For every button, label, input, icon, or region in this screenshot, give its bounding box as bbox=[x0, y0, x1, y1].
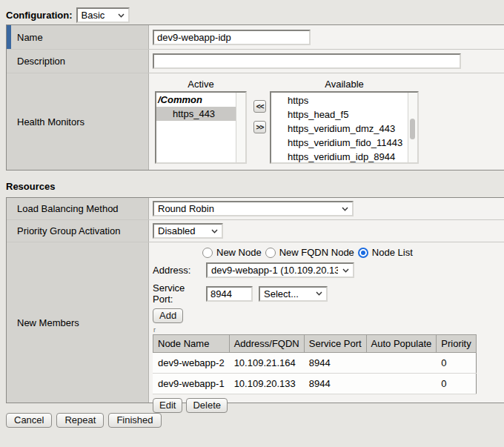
column-header-auto-populate[interactable]: Auto Populate bbox=[366, 335, 437, 353]
available-monitor-item[interactable]: https bbox=[271, 93, 417, 107]
cancel-button[interactable]: Cancel bbox=[6, 413, 52, 428]
delete-button[interactable]: Delete bbox=[186, 398, 228, 413]
description-input[interactable] bbox=[153, 53, 461, 69]
name-label: Name bbox=[17, 32, 43, 43]
member-node-name: dev9-webapp-2 bbox=[153, 353, 230, 374]
service-port-label: Service Port: bbox=[153, 282, 206, 305]
radio-new-fqdn-node-label[interactable]: New FQDN Node bbox=[279, 247, 354, 258]
radio-node-list-label[interactable]: Node List bbox=[372, 247, 413, 258]
priority-group-value-cell: Disabled bbox=[149, 220, 504, 242]
chevron-down-icon bbox=[211, 229, 218, 234]
load-balancing-label: Load Balancing Method bbox=[17, 203, 119, 214]
health-monitors-row: Health Monitors Active /Common https_443… bbox=[7, 73, 504, 170]
stray-text: r bbox=[153, 327, 156, 333]
member-priority: 0 bbox=[437, 353, 476, 374]
priority-group-label: Priority Group Activation bbox=[17, 225, 120, 236]
finished-button[interactable]: Finished bbox=[108, 413, 161, 428]
available-monitors-group: Available https https_head_f5 https_veri… bbox=[270, 78, 419, 164]
load-balancing-value-cell: Round Robin bbox=[149, 198, 504, 219]
active-monitor-item[interactable]: https_443 bbox=[156, 107, 236, 121]
active-monitors-listbox[interactable]: /Common https_443 bbox=[155, 91, 247, 164]
edit-button[interactable]: Edit bbox=[153, 398, 182, 413]
description-row: Description bbox=[7, 50, 504, 73]
port-select[interactable]: Select... bbox=[259, 286, 328, 302]
name-value-cell bbox=[149, 25, 504, 49]
address-select-value: dev9-webapp-1 (10.109.20.133) bbox=[211, 265, 338, 276]
description-label-cell: Description bbox=[7, 50, 149, 73]
column-header-service-port[interactable]: Service Port bbox=[304, 335, 366, 353]
new-members-label: New Members bbox=[17, 317, 79, 328]
move-to-available-button[interactable]: >> bbox=[253, 121, 266, 133]
configuration-select-value: Basic bbox=[82, 10, 113, 21]
members-table-header-row: Node Name Address/FQDN Service Port Auto… bbox=[153, 335, 477, 353]
new-members-label-cell: New Members bbox=[7, 242, 149, 403]
port-select-value: Select... bbox=[264, 288, 311, 299]
name-label-cell: Name bbox=[7, 25, 149, 49]
member-row[interactable]: dev9-webapp-1 10.109.20.133 8944 0 bbox=[153, 374, 477, 394]
member-service-port: 8944 bbox=[304, 374, 366, 394]
move-to-active-button[interactable]: << bbox=[253, 100, 266, 113]
column-header-node-name[interactable]: Node Name bbox=[153, 335, 230, 353]
member-node-name: dev9-webapp-1 bbox=[153, 374, 230, 394]
active-list-scrollbar[interactable] bbox=[236, 93, 245, 162]
radio-new-node-label[interactable]: New Node bbox=[216, 247, 262, 258]
radio-node-list[interactable] bbox=[358, 248, 368, 258]
priority-group-row: Priority Group Activation Disabled bbox=[7, 220, 504, 242]
available-list-scrollbar[interactable] bbox=[408, 93, 417, 162]
address-select[interactable]: dev9-webapp-1 (10.109.20.133) bbox=[206, 262, 354, 278]
load-balancing-select[interactable]: Round Robin bbox=[153, 201, 354, 216]
load-balancing-label-cell: Load Balancing Method bbox=[7, 198, 149, 219]
health-monitors-value-cell: Active /Common https_443 << >> Available… bbox=[149, 73, 504, 170]
column-header-priority[interactable]: Priority bbox=[437, 335, 476, 353]
configuration-select[interactable]: Basic bbox=[76, 7, 130, 23]
available-monitor-item[interactable]: https_veridium_fido_11443 bbox=[271, 136, 417, 150]
name-input[interactable] bbox=[153, 30, 311, 45]
available-monitors-listbox[interactable]: https https_head_f5 https_veridium_dmz_4… bbox=[270, 91, 419, 164]
resources-table: Load Balancing Method Round Robin Priori… bbox=[6, 197, 504, 403]
chevron-down-icon bbox=[342, 207, 348, 211]
column-header-address[interactable]: Address/FQDN bbox=[229, 335, 304, 353]
member-priority: 0 bbox=[437, 374, 476, 394]
description-value-cell bbox=[149, 50, 504, 73]
active-list-label: Active bbox=[155, 78, 247, 91]
members-table: Node Name Address/FQDN Service Port Auto… bbox=[153, 334, 477, 394]
address-line: Address: dev9-webapp-1 (10.109.20.133) bbox=[153, 262, 354, 278]
chevron-down-icon bbox=[342, 268, 349, 273]
available-monitor-item[interactable]: https_head_f5 bbox=[271, 107, 417, 122]
radio-new-node[interactable] bbox=[202, 248, 213, 258]
available-monitor-item[interactable]: https_veridium_dmz_443 bbox=[271, 122, 417, 136]
configuration-table: Name Description Health Monitors Active … bbox=[6, 24, 504, 170]
resources-section-title: Resources bbox=[6, 181, 55, 192]
member-auto-populate bbox=[366, 353, 437, 374]
configuration-label: Configuration: bbox=[6, 10, 73, 21]
chevron-down-icon bbox=[118, 13, 125, 18]
address-label: Address: bbox=[153, 265, 206, 276]
scrollbar-thumb[interactable] bbox=[410, 119, 415, 139]
service-port-input[interactable] bbox=[206, 286, 253, 302]
member-address: 10.109.20.133 bbox=[229, 374, 304, 394]
chevron-down-icon bbox=[316, 291, 322, 296]
new-members-value-cell: New Node New FQDN Node Node List Address… bbox=[149, 242, 504, 403]
service-port-line: Service Port: Select... bbox=[153, 282, 328, 305]
name-row: Name bbox=[7, 25, 504, 50]
add-button[interactable]: Add bbox=[153, 308, 183, 323]
load-balancing-row: Load Balancing Method Round Robin bbox=[7, 198, 504, 220]
member-actions: Edit Delete bbox=[153, 398, 228, 413]
repeat-button[interactable]: Repeat bbox=[56, 413, 104, 428]
description-label: Description bbox=[17, 56, 65, 67]
health-monitors-label: Health Monitors bbox=[17, 116, 84, 128]
member-row[interactable]: dev9-webapp-2 10.109.21.164 8944 0 bbox=[153, 353, 477, 374]
required-marker bbox=[7, 25, 11, 49]
transfer-buttons: << >> bbox=[253, 100, 266, 164]
member-service-port: 8944 bbox=[304, 353, 366, 374]
health-monitors-label-cell: Health Monitors bbox=[7, 73, 149, 170]
available-list-label: Available bbox=[270, 78, 419, 91]
available-monitor-item[interactable]: https_veridium_idp_8944 bbox=[271, 150, 417, 164]
radio-new-fqdn-node[interactable] bbox=[265, 248, 276, 258]
form-actions: Cancel Repeat Finished bbox=[6, 413, 162, 428]
load-balancing-select-value: Round Robin bbox=[158, 203, 337, 214]
member-auto-populate bbox=[366, 374, 437, 394]
active-monitors-group: Active /Common https_443 bbox=[155, 78, 247, 164]
new-members-row: New Members New Node New FQDN Node Node … bbox=[7, 242, 504, 403]
priority-group-select[interactable]: Disabled bbox=[153, 223, 223, 239]
